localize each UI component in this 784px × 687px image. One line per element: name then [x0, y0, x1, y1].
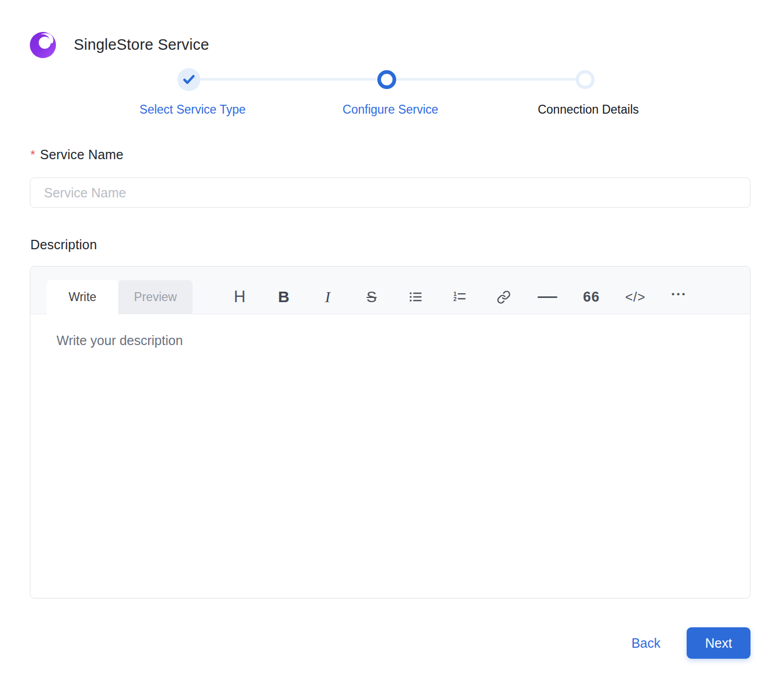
more-button[interactable]: ••• [657, 280, 701, 314]
stepper-connector [389, 78, 585, 81]
singlestore-service-wizard: SingleStore Service Select Service Type … [0, 0, 784, 687]
code-button[interactable]: </> [613, 280, 657, 314]
service-name-label-text: Service Name [40, 147, 124, 162]
step-select-service-type-indicator[interactable] [177, 68, 200, 91]
editor-header: Write Preview H B I S [30, 267, 750, 314]
stepper: Select Service Type Configure Service Co… [0, 0, 784, 126]
back-button[interactable]: Back [623, 630, 669, 656]
service-name-input[interactable] [30, 178, 751, 208]
svg-text:2: 2 [453, 296, 456, 302]
bold-icon: B [278, 288, 289, 306]
step-label-configure-service[interactable]: Configure Service [281, 103, 500, 117]
bold-button[interactable]: B [262, 280, 306, 314]
required-asterisk: * [30, 148, 36, 162]
step-connection-details-indicator[interactable] [576, 70, 595, 89]
code-icon: </> [625, 290, 645, 305]
stepper-connector [191, 78, 387, 81]
link-button[interactable] [481, 280, 525, 314]
footer-actions: Back Next [623, 627, 751, 659]
quote-button[interactable]: 66 [569, 280, 613, 314]
tab-write[interactable]: Write [47, 280, 118, 314]
ordered-list-button[interactable]: 1 2 [438, 280, 481, 314]
check-icon [183, 75, 195, 84]
heading-button[interactable]: H [218, 280, 262, 314]
unordered-list-icon [408, 290, 423, 304]
heading-icon: H [234, 287, 245, 306]
description-editor: Write Preview H B I S [30, 266, 751, 599]
italic-icon: I [325, 288, 330, 306]
horizontal-rule-button[interactable] [525, 280, 569, 314]
strikethrough-button[interactable]: S [350, 280, 394, 314]
unordered-list-button[interactable] [394, 280, 438, 314]
description-textarea[interactable] [30, 314, 750, 599]
tab-preview[interactable]: Preview [118, 280, 193, 314]
more-icon: ••• [671, 289, 687, 305]
step-label-connection-details[interactable]: Connection Details [478, 103, 698, 117]
next-button[interactable]: Next [687, 627, 751, 659]
ordered-list-icon: 1 2 [452, 290, 467, 304]
quote-icon: 66 [583, 289, 600, 305]
step-configure-service-indicator[interactable] [377, 70, 396, 89]
service-name-label: *Service Name [30, 147, 124, 162]
description-label: Description [30, 237, 97, 252]
editor-toolbar: H B I S [218, 280, 701, 314]
link-icon [497, 290, 511, 304]
step-label-select-service-type[interactable]: Select Service Type [83, 103, 303, 117]
strikethrough-icon: S [366, 289, 376, 306]
italic-button[interactable]: I [306, 280, 350, 314]
editor-body [30, 314, 750, 599]
horizontal-rule-icon [537, 296, 557, 298]
